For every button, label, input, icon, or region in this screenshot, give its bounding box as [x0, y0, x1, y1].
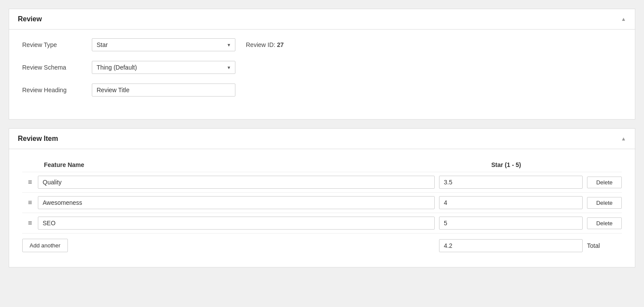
total-wrapper: Total: [439, 239, 622, 252]
review-item-collapse-icon[interactable]: ▲: [621, 136, 626, 142]
review-item-panel-body: Feature Name Star (1 - 5) ≡ Delete ≡ Del…: [9, 149, 635, 267]
drag-handle-1[interactable]: ≡: [22, 178, 38, 186]
table-row: ≡ Delete: [22, 213, 622, 233]
table-row: ≡ Delete: [22, 172, 622, 192]
drag-handle-3[interactable]: ≡: [22, 219, 38, 227]
table-row: ≡ Delete: [22, 192, 622, 213]
review-item-panel: Review Item ▲ Feature Name Star (1 - 5) …: [9, 128, 635, 267]
review-schema-row: Review Schema Thing (Default) LocalBusin…: [22, 61, 622, 74]
drag-handle-2[interactable]: ≡: [22, 199, 38, 207]
review-id-label: Review ID:: [246, 41, 275, 48]
total-input[interactable]: [439, 239, 583, 252]
star-input-3[interactable]: [439, 217, 583, 230]
feature-input-1[interactable]: [38, 176, 435, 189]
review-schema-select[interactable]: Thing (Default) LocalBusiness Product Re…: [92, 61, 235, 74]
star-input-2[interactable]: [439, 196, 583, 209]
review-panel-title: Review: [18, 15, 42, 23]
delete-button-1[interactable]: Delete: [587, 177, 622, 188]
review-item-panel-title: Review Item: [18, 135, 58, 143]
review-panel-body: Review Type Star Percentage Points Revie…: [9, 30, 635, 119]
col-feature-name-header: Feature Name: [44, 161, 487, 168]
add-another-button[interactable]: Add another: [22, 239, 68, 252]
review-heading-input[interactable]: [92, 83, 235, 97]
total-label: Total: [587, 242, 622, 249]
delete-button-2[interactable]: Delete: [587, 197, 622, 209]
review-id: Review ID: 27: [246, 41, 284, 48]
review-collapse-icon[interactable]: ▲: [621, 16, 626, 22]
review-heading-label: Review Heading: [22, 87, 92, 93]
review-id-value: 27: [277, 41, 284, 48]
review-type-row: Review Type Star Percentage Points Revie…: [22, 38, 622, 51]
review-heading-row: Review Heading: [22, 83, 622, 97]
table-header: Feature Name Star (1 - 5): [22, 158, 622, 172]
review-type-select-wrapper: Star Percentage Points: [92, 38, 235, 51]
review-item-panel-header: Review Item ▲: [9, 129, 635, 149]
review-schema-label: Review Schema: [22, 64, 92, 71]
review-panel: Review ▲ Review Type Star Percentage Poi…: [9, 9, 635, 120]
feature-input-2[interactable]: [38, 196, 435, 209]
delete-button-3[interactable]: Delete: [587, 217, 622, 229]
review-type-label: Review Type: [22, 41, 92, 48]
col-star-header: Star (1 - 5): [491, 161, 578, 168]
footer-row: Add another Total: [22, 233, 622, 254]
review-type-select[interactable]: Star Percentage Points: [92, 38, 235, 51]
review-schema-select-wrapper: Thing (Default) LocalBusiness Product Re…: [92, 61, 235, 74]
star-input-1[interactable]: [439, 176, 583, 189]
feature-input-3[interactable]: [38, 217, 435, 230]
review-panel-header: Review ▲: [9, 9, 635, 30]
